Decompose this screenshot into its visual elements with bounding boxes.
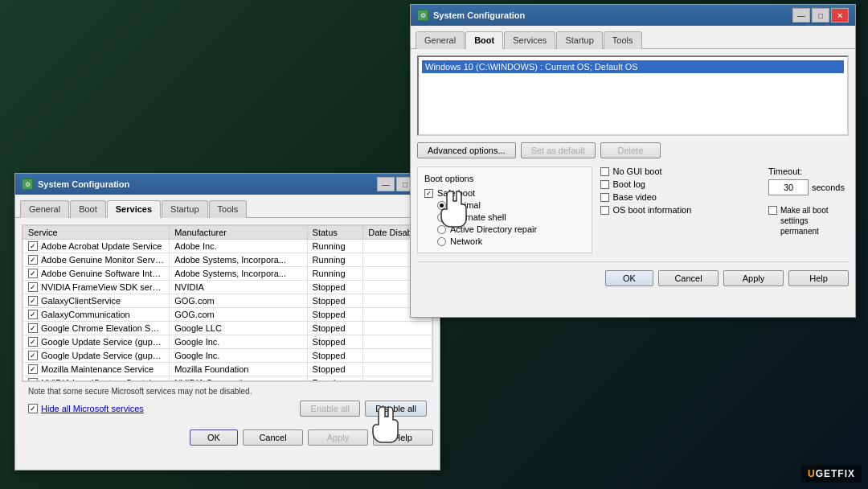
disable-all-btn[interactable]: Disable all bbox=[365, 401, 427, 417]
system-config-window-front[interactable]: ⚙ System Configuration — □ ✕ General Boo… bbox=[410, 4, 856, 318]
svc-checkbox-3[interactable] bbox=[28, 282, 38, 292]
svc-checkbox-9[interactable] bbox=[28, 364, 38, 374]
timeout-input[interactable] bbox=[768, 179, 809, 195]
service-row-5[interactable]: GalaxyCommunication GOG.com Stopped bbox=[23, 308, 432, 322]
set-default-btn[interactable]: Set as default bbox=[521, 142, 596, 158]
service-row-9[interactable]: Mozilla Maintenance Service Mozilla Foun… bbox=[23, 363, 432, 376]
col-header-manufacturer[interactable]: Manufacturer bbox=[170, 226, 307, 240]
network-row[interactable]: Network bbox=[437, 236, 585, 246]
make-permanent-row[interactable]: Make all boot settings permanent bbox=[768, 205, 841, 236]
tab-startup-front[interactable]: Startup bbox=[556, 31, 602, 49]
boot-entry[interactable]: Windows 10 (C:\WINDOWS) : Current OS; De… bbox=[422, 60, 844, 73]
safe-boot-checkbox[interactable] bbox=[424, 189, 433, 198]
svc-checkbox-4[interactable] bbox=[28, 296, 38, 306]
service-row-4[interactable]: GalaxyClientService GOG.com Stopped bbox=[23, 294, 432, 308]
timeout-panel: Timeout: seconds Make all boot settings … bbox=[768, 166, 849, 253]
tab-services-front[interactable]: Services bbox=[504, 31, 555, 49]
alternate-shell-radio[interactable] bbox=[437, 213, 446, 222]
safe-boot-label: Safe boot bbox=[437, 188, 475, 198]
service-row-2[interactable]: Adobe Genuine Software Integri... Adobe … bbox=[23, 267, 432, 281]
safe-boot-row[interactable]: Safe boot bbox=[424, 188, 585, 198]
help-btn-front[interactable]: Help bbox=[788, 270, 849, 286]
os-boot-info-row[interactable]: OS boot information bbox=[600, 205, 761, 215]
boot-bottom-buttons: OK Cancel Apply Help bbox=[417, 261, 849, 286]
alternate-shell-row[interactable]: Alternate shell bbox=[437, 212, 585, 222]
svc-checkbox-1[interactable] bbox=[28, 255, 38, 265]
boot-list[interactable]: Windows 10 (C:\WINDOWS) : Current OS; De… bbox=[417, 55, 849, 136]
boot-options-panel: Boot options Safe boot Minimal Alternate… bbox=[417, 166, 592, 253]
svc-checkbox-6[interactable] bbox=[28, 323, 38, 333]
help-btn-back[interactable]: Help bbox=[373, 429, 433, 446]
apply-btn-front[interactable]: Apply bbox=[723, 270, 784, 286]
services-table: Service Manufacturer Status Date Disable… bbox=[23, 225, 432, 381]
col-header-status[interactable]: Status bbox=[307, 226, 363, 240]
cancel-btn-back[interactable]: Cancel bbox=[243, 429, 303, 446]
cancel-btn-front[interactable]: Cancel bbox=[658, 270, 719, 286]
svc-checkbox-8[interactable] bbox=[28, 351, 38, 360]
ad-repair-label: Active Directory repair bbox=[450, 224, 537, 234]
tab-boot-front[interactable]: Boot bbox=[465, 31, 503, 49]
base-video-checkbox[interactable] bbox=[600, 193, 609, 202]
right-options: No GUI boot Boot log Base video OS boot … bbox=[600, 166, 761, 253]
ok-btn-back[interactable]: OK bbox=[190, 429, 238, 446]
apply-btn-back[interactable]: Apply bbox=[308, 429, 368, 446]
timeout-unit: seconds bbox=[812, 183, 845, 192]
boot-log-label: Boot log bbox=[613, 179, 645, 189]
minimize-btn-back[interactable]: — bbox=[377, 177, 395, 191]
ad-repair-row[interactable]: Active Directory repair bbox=[437, 224, 585, 234]
tab-general-front[interactable]: General bbox=[416, 31, 465, 49]
service-row-7[interactable]: Google Update Service (gupdate) Google I… bbox=[23, 335, 432, 349]
tab-boot-back[interactable]: Boot bbox=[70, 200, 106, 218]
os-boot-info-label: OS boot information bbox=[613, 205, 692, 215]
no-gui-checkbox[interactable] bbox=[600, 167, 609, 176]
tab-services-back[interactable]: Services bbox=[107, 200, 161, 218]
service-row-0[interactable]: Adobe Acrobat Update Service Adobe Inc. … bbox=[23, 240, 432, 253]
close-btn-front[interactable]: ✕ bbox=[831, 8, 849, 23]
network-label: Network bbox=[450, 236, 482, 246]
service-row-1[interactable]: Adobe Genuine Monitor Service Adobe Syst… bbox=[23, 253, 432, 267]
tab-tools-back[interactable]: Tools bbox=[209, 200, 248, 218]
ad-repair-radio[interactable] bbox=[437, 225, 446, 234]
services-content: Service Manufacturer Status Date Disable… bbox=[15, 218, 440, 452]
svc-checkbox-0[interactable] bbox=[28, 241, 38, 251]
minimal-radio[interactable] bbox=[437, 201, 446, 210]
boot-action-buttons: Advanced options... Set as default Delet… bbox=[417, 142, 849, 158]
hide-ms-checkbox[interactable] bbox=[28, 404, 38, 413]
ok-btn-front[interactable]: OK bbox=[605, 270, 653, 286]
advanced-options-btn[interactable]: Advanced options... bbox=[417, 142, 516, 158]
base-video-row[interactable]: Base video bbox=[600, 192, 761, 202]
no-gui-row[interactable]: No GUI boot bbox=[600, 166, 761, 176]
svc-checkbox-5[interactable] bbox=[28, 310, 38, 319]
minimize-btn-front[interactable]: — bbox=[792, 8, 810, 23]
system-config-window-back[interactable]: ⚙ System Configuration — □ ✕ General Boo… bbox=[14, 173, 440, 471]
tab-startup-back[interactable]: Startup bbox=[162, 200, 207, 218]
bottom-controls: Hide all Microsoft services Enable all D… bbox=[28, 401, 427, 417]
boot-content: Windows 10 (C:\WINDOWS) : Current OS; De… bbox=[411, 49, 855, 293]
boot-options-title: Boot options bbox=[424, 174, 585, 183]
services-bottom-bar: Note that some secure Microsoft services… bbox=[22, 381, 433, 421]
svc-checkbox-7[interactable] bbox=[28, 337, 38, 347]
tab-tools-front[interactable]: Tools bbox=[604, 31, 642, 49]
service-row-3[interactable]: NVIDIA FrameView SDK service NVIDIA Stop… bbox=[23, 281, 432, 294]
hide-ms-label: Hide all Microsoft services bbox=[41, 404, 144, 413]
maximize-btn-front[interactable]: □ bbox=[812, 8, 829, 23]
boot-options-row: Boot options Safe boot Minimal Alternate… bbox=[417, 166, 849, 253]
delete-btn[interactable]: Delete bbox=[600, 142, 661, 158]
service-row-8[interactable]: Google Update Service (gupdatem) Google … bbox=[23, 349, 432, 363]
boot-log-row[interactable]: Boot log bbox=[600, 179, 761, 189]
svc-checkbox-2[interactable] bbox=[28, 269, 38, 278]
hide-ms-container[interactable]: Hide all Microsoft services bbox=[28, 404, 144, 413]
window-controls-front[interactable]: — □ ✕ bbox=[792, 8, 849, 23]
boot-log-checkbox[interactable] bbox=[600, 180, 609, 189]
tab-general-back[interactable]: General bbox=[20, 200, 69, 218]
col-header-service[interactable]: Service bbox=[23, 226, 170, 240]
ugetfix-text: GETFIX bbox=[816, 468, 855, 479]
titlebar-front: ⚙ System Configuration — □ ✕ bbox=[411, 5, 855, 26]
os-boot-info-checkbox[interactable] bbox=[600, 206, 609, 215]
minimal-row[interactable]: Minimal bbox=[437, 200, 585, 210]
service-row-6[interactable]: Google Chrome Elevation Service Google L… bbox=[23, 322, 432, 335]
make-permanent-checkbox[interactable] bbox=[768, 206, 777, 215]
network-radio[interactable] bbox=[437, 237, 446, 246]
enable-all-btn[interactable]: Enable all bbox=[300, 401, 360, 417]
services-scroll[interactable]: Service Manufacturer Status Date Disable… bbox=[22, 224, 433, 381]
